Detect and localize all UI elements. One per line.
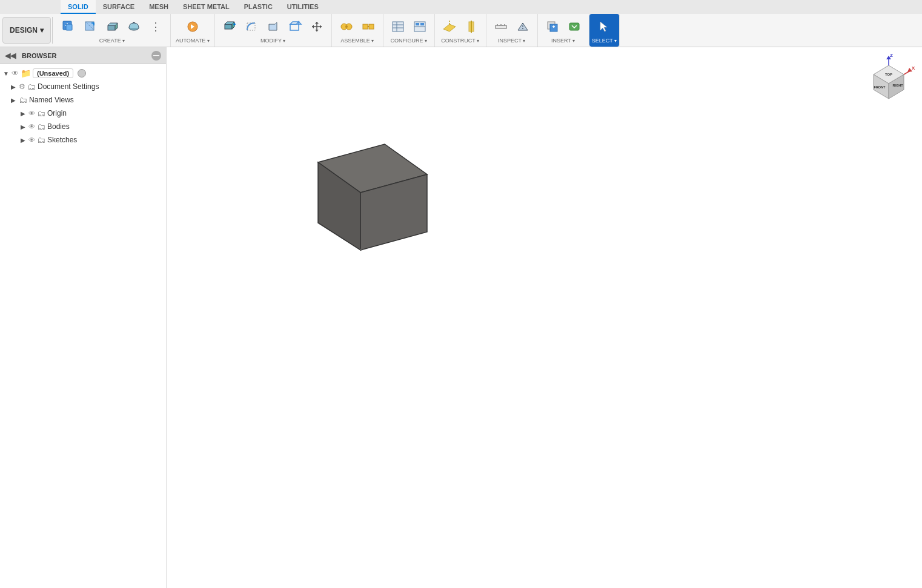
insert-mcmaster-button[interactable]	[565, 17, 584, 36]
revolve-button[interactable]	[124, 17, 144, 36]
browser-named-views-item[interactable]: ▶ 🗂 Named Views	[0, 93, 166, 107]
origin-folder-icon: 🗂	[37, 108, 45, 118]
chamfer-button[interactable]	[264, 17, 283, 36]
section-analysis-button[interactable]	[513, 17, 532, 36]
extrude-button[interactable]	[102, 17, 122, 36]
svg-marker-18	[299, 22, 301, 24]
browser-bodies-item[interactable]: ▶ 👁 🗂 Bodies	[0, 120, 166, 133]
tool-row: DESIGN ▾	[0, 14, 922, 47]
doc-settings-label: Document Settings	[38, 82, 99, 91]
bodies-expand-icon[interactable]: ▶	[19, 124, 27, 130]
configure-model-button[interactable]	[410, 17, 429, 36]
tab-utilities[interactable]: UTILITIES	[280, 0, 326, 14]
create-sketch-button[interactable]	[81, 17, 100, 36]
construct-plane-button[interactable]	[440, 17, 459, 36]
new-component-button[interactable]	[59, 17, 78, 36]
construct-axis-button[interactable]	[462, 17, 481, 36]
move-button[interactable]	[307, 17, 327, 36]
root-visible-icon[interactable]: 👁	[12, 69, 19, 78]
joint-button[interactable]	[337, 17, 356, 36]
assemble-icons	[337, 17, 378, 36]
tab-mesh[interactable]: MESH	[142, 0, 176, 14]
svg-text:RIGHT: RIGHT	[892, 84, 903, 87]
select-icons	[594, 17, 614, 36]
unsaved-badge: (Unsaved)	[33, 68, 73, 78]
assemble-group: ASSEMBLE ▾	[332, 14, 383, 47]
modify-label: MODIFY ▾	[260, 38, 285, 44]
origin-label: Origin	[47, 109, 67, 117]
browser-doc-settings-item[interactable]: ▶ ⚙ 🗂 Document Settings	[0, 80, 166, 93]
sketches-expand-icon[interactable]: ▶	[19, 137, 27, 144]
inspect-group: INSPECT ▾	[486, 14, 538, 47]
create-group: ⋮ CREATE ▾	[54, 14, 171, 47]
configure-icons	[388, 17, 429, 36]
origin-expand-icon[interactable]: ▶	[19, 110, 27, 117]
browser-back-arrow-icon[interactable]: ◀◀	[5, 51, 16, 60]
as-built-joint-button[interactable]	[359, 17, 378, 36]
insert-label: INSERT ▾	[551, 38, 575, 44]
tab-surface[interactable]: SURFACE	[96, 0, 142, 14]
assemble-label: ASSEMBLE ▾	[340, 38, 374, 44]
record-button[interactable]	[78, 69, 86, 78]
sketches-label: Sketches	[47, 136, 77, 144]
construct-icons	[440, 17, 481, 36]
create-more-button[interactable]: ⋮	[146, 17, 165, 36]
insert-derive-button[interactable]	[543, 17, 562, 36]
svg-rect-25	[393, 22, 403, 31]
inspect-label: INSPECT ▾	[498, 38, 525, 44]
toolbar: SOLID SURFACE MESH SHEET METAL PLASTIC U…	[0, 0, 922, 47]
views-expand-icon[interactable]: ▶	[10, 97, 17, 104]
browser-tree: ▼ 👁 📁 (Unsaved) ▶ ⚙ 🗂 Document Settings …	[0, 64, 166, 149]
fillet-button[interactable]	[242, 17, 261, 36]
measure-button[interactable]	[491, 17, 511, 36]
bodies-label: Bodies	[47, 122, 70, 131]
tab-plastic[interactable]: PLASTIC	[237, 0, 280, 14]
select-label: SELECT ▾	[592, 38, 617, 44]
sketches-folder-icon: 🗂	[37, 135, 45, 145]
tab-solid[interactable]: SOLID	[61, 0, 96, 14]
design-arrow-icon: ▾	[40, 26, 44, 35]
select-button[interactable]	[594, 17, 614, 36]
root-expand-icon[interactable]: ▼	[2, 70, 10, 77]
svg-marker-33	[443, 24, 456, 31]
svg-rect-16	[290, 24, 299, 30]
svg-marker-15	[269, 22, 277, 30]
doc-gear-icon: ⚙	[19, 82, 25, 91]
inspect-icons	[491, 17, 532, 36]
tab-sheet-metal[interactable]: SHEET METAL	[176, 0, 237, 14]
modify-group: MODIFY ▾	[215, 14, 332, 47]
svg-rect-3	[66, 24, 72, 30]
browser-origin-item[interactable]: ▶ 👁 🗂 Origin	[0, 107, 166, 120]
origin-eye-icon[interactable]: 👁	[28, 110, 35, 117]
sketches-eye-icon[interactable]: 👁	[28, 136, 35, 144]
select-group: SELECT ▾	[589, 14, 620, 47]
root-folder-icon: 📁	[21, 68, 31, 78]
svg-rect-30	[416, 23, 419, 25]
create-icons: ⋮	[59, 17, 165, 36]
configure-group: CONFIGURE ▾	[383, 14, 435, 47]
automate-button[interactable]	[183, 17, 202, 36]
viewport[interactable]: TOP FRONT RIGHT Z X	[167, 47, 922, 588]
browser-title: BROWSER	[22, 52, 56, 59]
automate-group: AUTOMATE ▾	[171, 14, 215, 47]
press-pull-button[interactable]	[220, 17, 239, 36]
insert-icons	[543, 17, 584, 36]
automate-icons	[183, 17, 202, 36]
svg-rect-6	[108, 25, 115, 30]
configure-table-button[interactable]	[388, 17, 408, 36]
views-folder-icon: 🗂	[19, 95, 27, 105]
bodies-eye-icon[interactable]: 👁	[28, 123, 35, 130]
browser-collapse-button[interactable]: —	[151, 51, 161, 61]
browser-header: ◀◀ BROWSER —	[0, 47, 166, 64]
svg-text:X: X	[912, 65, 915, 71]
svg-rect-31	[420, 23, 424, 25]
browser-root-item[interactable]: ▼ 👁 📁 (Unsaved)	[0, 67, 166, 80]
shell-button[interactable]	[285, 17, 305, 36]
svg-point-21	[345, 25, 348, 28]
viewcube[interactable]: TOP FRONT RIGHT Z X	[861, 53, 916, 108]
browser-sketches-item[interactable]: ▶ 👁 🗂 Sketches	[0, 133, 166, 147]
svg-text:Z: Z	[890, 53, 893, 58]
design-button[interactable]: DESIGN ▾	[2, 17, 51, 44]
doc-expand-icon[interactable]: ▶	[10, 84, 17, 90]
3d-box-container	[276, 132, 445, 256]
